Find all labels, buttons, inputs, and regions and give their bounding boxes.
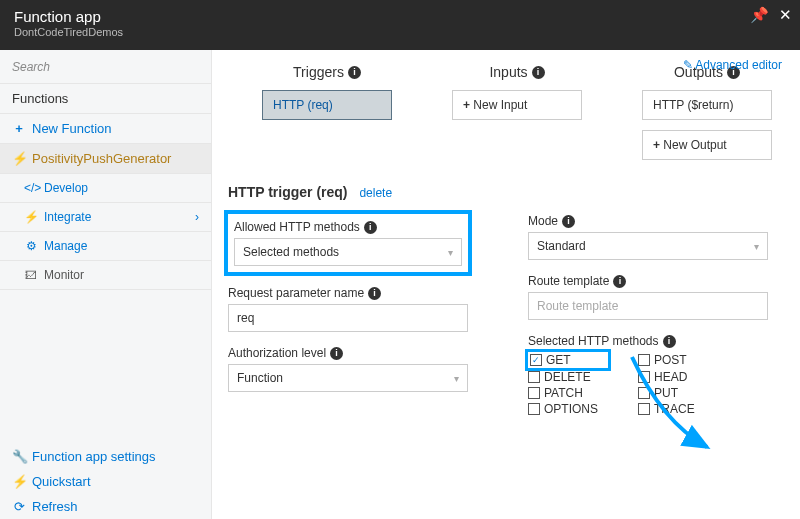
- method-trace[interactable]: TRACE: [638, 402, 718, 416]
- inputs-header: Inputsi: [489, 64, 544, 80]
- chevron-down-icon: ▾: [454, 373, 459, 384]
- refresh-link[interactable]: ⟳ Refresh: [0, 494, 211, 519]
- checkbox-icon: [638, 403, 650, 415]
- method-delete[interactable]: DELETE: [528, 370, 608, 384]
- info-icon[interactable]: i: [348, 66, 361, 79]
- checkbox-icon: [638, 371, 650, 383]
- method-get[interactable]: ✓GET: [528, 352, 608, 368]
- info-icon[interactable]: i: [613, 275, 626, 288]
- new-input-button[interactable]: + New Input: [452, 90, 582, 120]
- close-icon[interactable]: ✕: [779, 6, 792, 24]
- search-input[interactable]: Search: [0, 50, 211, 84]
- checkbox-icon: [528, 403, 540, 415]
- info-icon[interactable]: i: [562, 215, 575, 228]
- method-patch[interactable]: PATCH: [528, 386, 608, 400]
- info-icon[interactable]: i: [663, 335, 676, 348]
- refresh-icon: ⟳: [12, 499, 26, 514]
- trigger-http-req[interactable]: HTTP (req): [262, 90, 392, 120]
- checkbox-icon: [638, 387, 650, 399]
- header-subtitle: DontCodeTiredDemos: [14, 26, 123, 38]
- blade-header: Function app DontCodeTiredDemos 📌 ✕: [0, 0, 800, 50]
- bindings-row: Triggersi HTTP (req) Inputsi + New Input…: [262, 64, 784, 160]
- method-head[interactable]: HEAD: [638, 370, 718, 384]
- new-function-button[interactable]: + New Function: [0, 114, 211, 144]
- param-name-input[interactable]: [228, 304, 468, 332]
- delete-link[interactable]: delete: [359, 186, 392, 200]
- plus-icon: +: [463, 98, 473, 112]
- function-name: PositivityPushGenerator: [32, 151, 171, 166]
- edit-icon: ✎: [683, 58, 693, 72]
- method-post[interactable]: POST: [638, 352, 718, 368]
- triggers-header: Triggersi: [293, 64, 361, 80]
- chevron-down-icon: ▾: [448, 247, 453, 258]
- method-put[interactable]: PUT: [638, 386, 718, 400]
- checkbox-icon: [528, 387, 540, 399]
- auth-level-select[interactable]: Function ▾: [228, 364, 468, 392]
- info-icon[interactable]: i: [330, 347, 343, 360]
- new-function-label: New Function: [32, 121, 111, 136]
- checkbox-icon: [528, 371, 540, 383]
- info-icon[interactable]: i: [368, 287, 381, 300]
- sidebar-function-item[interactable]: ⚡ PositivityPushGenerator: [0, 144, 211, 174]
- checkbox-checked-icon: ✓: [530, 354, 542, 366]
- auth-level-field: Authorization leveli Function ▾: [228, 346, 468, 392]
- checkbox-icon: [638, 354, 650, 366]
- mode-select[interactable]: Standard ▾: [528, 232, 768, 260]
- plus-icon: +: [12, 121, 26, 136]
- quickstart-link[interactable]: ⚡ Quickstart: [0, 469, 211, 494]
- code-icon: </>: [24, 181, 38, 195]
- info-icon[interactable]: i: [532, 66, 545, 79]
- sidebar-integrate[interactable]: ⚡ Integrate ›: [0, 203, 211, 232]
- header-title: Function app: [14, 8, 123, 25]
- sidebar: Search Functions + New Function ⚡ Positi…: [0, 50, 212, 519]
- function-icon: ⚡: [12, 151, 26, 166]
- gear-icon: ⚙: [24, 239, 38, 253]
- monitor-icon: 🗠: [24, 268, 38, 282]
- output-http-return[interactable]: HTTP ($return): [642, 90, 772, 120]
- bolt-icon: ⚡: [12, 474, 26, 489]
- route-template-field: Route templatei: [528, 274, 768, 320]
- plus-icon: +: [653, 138, 663, 152]
- advanced-editor-link[interactable]: ✎ Advanced editor: [683, 58, 782, 72]
- allowed-methods-label: Allowed HTTP methodsi: [234, 220, 462, 234]
- sidebar-develop[interactable]: </> Develop: [0, 174, 211, 203]
- route-template-input[interactable]: [528, 292, 768, 320]
- sidebar-monitor[interactable]: 🗠 Monitor: [0, 261, 211, 290]
- sidebar-manage[interactable]: ⚙ Manage: [0, 232, 211, 261]
- wrench-icon: 🔧: [12, 449, 26, 464]
- pin-icon[interactable]: 📌: [750, 6, 769, 24]
- selected-methods-field: Selected HTTP methodsi ✓GET POST DELETE …: [528, 334, 768, 416]
- method-options[interactable]: OPTIONS: [528, 402, 608, 416]
- section-title: HTTP trigger (req) delete: [228, 184, 784, 200]
- chevron-down-icon: ▾: [754, 241, 759, 252]
- bolt-icon: ⚡: [24, 210, 38, 224]
- param-name-field: Request parameter namei: [228, 286, 468, 332]
- mode-field: Modei Standard ▾: [528, 214, 768, 260]
- allowed-methods-field: Allowed HTTP methodsi Selected methods ▾: [228, 214, 468, 272]
- app-settings-link[interactable]: 🔧 Function app settings: [0, 444, 211, 469]
- chevron-right-icon: ›: [195, 210, 199, 224]
- new-output-button[interactable]: + New Output: [642, 130, 772, 160]
- sidebar-functions-header[interactable]: Functions: [0, 84, 211, 114]
- allowed-methods-select[interactable]: Selected methods ▾: [234, 238, 462, 266]
- info-icon[interactable]: i: [364, 221, 377, 234]
- main-panel: ✎ Advanced editor Triggersi HTTP (req) I…: [212, 50, 800, 519]
